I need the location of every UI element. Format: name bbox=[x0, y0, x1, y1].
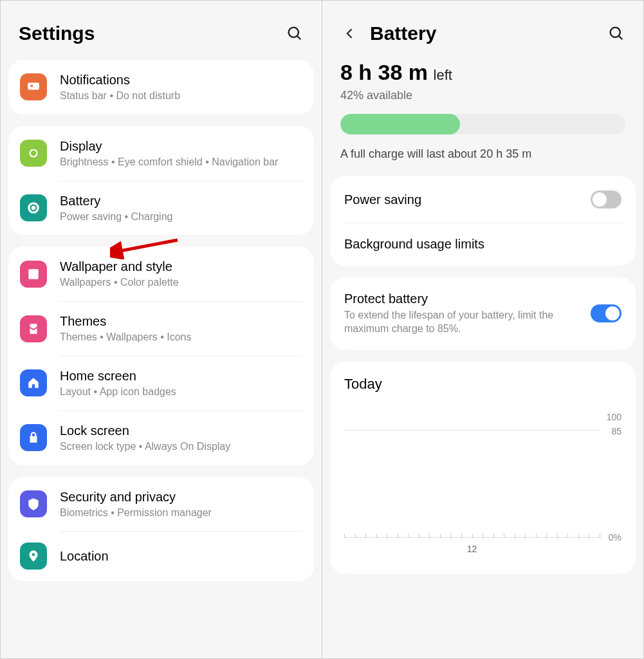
settings-item-sub: Biometrics • Permission manager bbox=[60, 506, 302, 520]
battery-icon bbox=[20, 194, 47, 221]
settings-item-sub: Themes • Wallpapers • Icons bbox=[60, 331, 302, 344]
chart-y-label: 0% bbox=[609, 532, 621, 543]
settings-item-location[interactable]: Location bbox=[8, 531, 314, 581]
settings-pane: Settings NotificationsStatus bar • Do no… bbox=[1, 1, 322, 658]
time-remaining-suffix: left bbox=[434, 67, 452, 83]
battery-bar bbox=[340, 114, 625, 135]
settings-group: Security and privacyBiometrics • Permiss… bbox=[8, 477, 314, 582]
usage-chart: 100 85 0% 12 bbox=[344, 416, 600, 538]
power-saving-toggle[interactable] bbox=[591, 190, 621, 209]
usage-chart-card: Today 100 85 0% 12 bbox=[330, 362, 636, 574]
settings-item-title: Display bbox=[60, 138, 302, 154]
settings-item-title: Lock screen bbox=[60, 422, 302, 439]
chart-y-label: 85 bbox=[611, 426, 621, 436]
chart-title: Today bbox=[344, 376, 621, 393]
home-icon bbox=[20, 369, 47, 396]
protect-battery-title: Protect battery bbox=[344, 292, 591, 306]
settings-item-sub: Brightness • Eye comfort shield • Naviga… bbox=[60, 156, 302, 169]
settings-item-title: Security and privacy bbox=[60, 488, 302, 505]
battery-bar-fill bbox=[340, 114, 460, 135]
chart-y-label: 100 bbox=[607, 412, 621, 422]
settings-group: DisplayBrightness • Eye comfort shield •… bbox=[8, 126, 314, 236]
settings-item-wallpaper[interactable]: Wallpaper and styleWallpapers • Color pa… bbox=[8, 246, 314, 301]
power-card: Power saving Background usage limits bbox=[330, 176, 636, 266]
settings-item-sub: Screen lock type • Always On Display bbox=[60, 440, 302, 454]
settings-item-title: Themes bbox=[60, 313, 302, 330]
settings-header: Settings bbox=[1, 1, 322, 60]
background-limits-row[interactable]: Background usage limits bbox=[330, 223, 636, 266]
settings-item-security[interactable]: Security and privacyBiometrics • Permiss… bbox=[8, 477, 314, 532]
settings-item-title: Wallpaper and style bbox=[60, 258, 302, 275]
chart-x-label: 12 bbox=[467, 544, 477, 554]
full-charge-estimate: A full charge will last about 20 h 35 m bbox=[340, 147, 625, 161]
percent-available: 42% available bbox=[340, 89, 625, 102]
settings-item-battery[interactable]: BatteryPower saving • Charging bbox=[8, 181, 314, 236]
settings-item-title: Notifications bbox=[60, 71, 302, 88]
lock-icon bbox=[20, 424, 47, 451]
protect-battery-toggle[interactable] bbox=[591, 304, 621, 322]
settings-item-display[interactable]: DisplayBrightness • Eye comfort shield •… bbox=[8, 126, 314, 181]
back-button[interactable] bbox=[340, 24, 360, 43]
search-icon[interactable] bbox=[607, 24, 625, 42]
themes-icon bbox=[20, 315, 47, 342]
settings-item-title: Home screen bbox=[60, 367, 302, 384]
battery-summary: 8 h 38 m left 42% available A full charg… bbox=[322, 60, 643, 176]
settings-item-sub: Power saving • Charging bbox=[60, 210, 302, 224]
settings-item-title: Location bbox=[60, 548, 302, 564]
settings-item-sub: Status bar • Do not disturb bbox=[60, 89, 302, 103]
power-saving-label: Power saving bbox=[344, 192, 591, 207]
power-saving-row[interactable]: Power saving bbox=[330, 176, 636, 223]
settings-item-title: Battery bbox=[60, 192, 302, 209]
settings-item-sub: Wallpapers • Color palette bbox=[60, 276, 302, 290]
settings-group: Wallpaper and styleWallpapers • Color pa… bbox=[8, 246, 314, 465]
protect-card: Protect battery To extend the lifespan o… bbox=[330, 277, 636, 350]
notifications-icon bbox=[20, 73, 47, 100]
display-icon bbox=[20, 140, 47, 167]
page-title: Settings bbox=[19, 23, 286, 44]
wallpaper-icon bbox=[20, 261, 47, 288]
security-icon bbox=[20, 490, 47, 517]
settings-item-sub: Layout • App icon badges bbox=[60, 385, 302, 399]
settings-item-lock[interactable]: Lock screenScreen lock type • Always On … bbox=[8, 411, 314, 465]
settings-item-home[interactable]: Home screenLayout • App icon badges bbox=[8, 356, 314, 411]
location-icon bbox=[20, 543, 47, 570]
settings-group: NotificationsStatus bar • Do not disturb bbox=[8, 60, 314, 115]
background-limits-label: Background usage limits bbox=[344, 237, 621, 252]
settings-item-notifications[interactable]: NotificationsStatus bar • Do not disturb bbox=[8, 60, 314, 115]
battery-header: Battery bbox=[322, 1, 643, 60]
time-remaining: 8 h 38 m bbox=[340, 60, 428, 84]
protect-battery-sub: To extend the lifespan of your battery, … bbox=[344, 309, 591, 336]
settings-item-themes[interactable]: ThemesThemes • Wallpapers • Icons bbox=[8, 301, 314, 356]
battery-pane: Battery 8 h 38 m left 42% available A fu… bbox=[322, 1, 643, 658]
page-title: Battery bbox=[370, 23, 607, 44]
search-icon[interactable] bbox=[286, 24, 304, 42]
protect-battery-row[interactable]: Protect battery To extend the lifespan o… bbox=[330, 277, 636, 350]
